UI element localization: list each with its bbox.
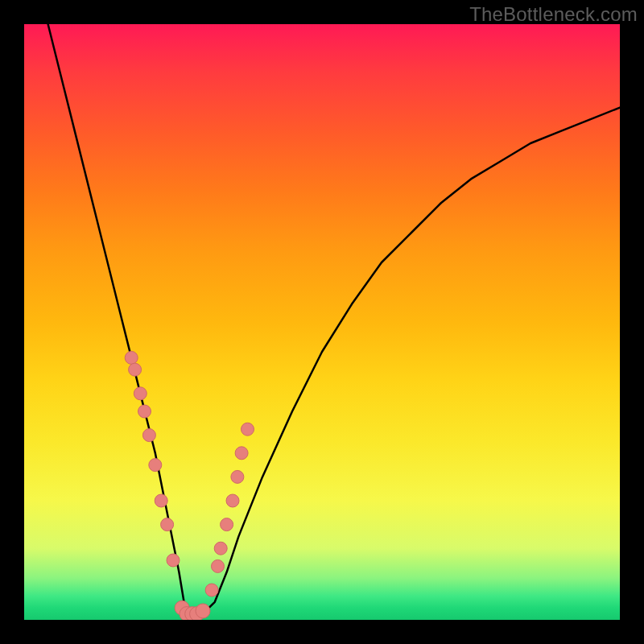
data-marker xyxy=(149,459,162,472)
bottleneck-curve xyxy=(48,24,620,614)
curve-layer xyxy=(24,24,620,620)
data-marker xyxy=(235,447,248,460)
markers-layer xyxy=(125,351,254,620)
data-marker xyxy=(196,604,210,618)
data-marker xyxy=(129,363,142,376)
plot-area xyxy=(24,24,620,620)
data-marker xyxy=(212,559,225,572)
data-marker xyxy=(142,429,155,442)
data-marker xyxy=(221,518,233,531)
data-marker xyxy=(125,351,138,364)
data-marker xyxy=(226,494,239,507)
watermark-text: TheBottleneck.com xyxy=(469,3,638,26)
data-marker xyxy=(155,494,167,507)
data-marker xyxy=(161,518,174,531)
data-marker xyxy=(167,554,180,567)
data-marker xyxy=(134,387,147,400)
data-marker xyxy=(242,423,254,436)
data-marker xyxy=(205,584,218,597)
data-marker xyxy=(231,470,244,483)
data-marker xyxy=(214,542,227,555)
data-marker xyxy=(138,405,151,418)
chart-container: TheBottleneck.com xyxy=(0,0,644,644)
